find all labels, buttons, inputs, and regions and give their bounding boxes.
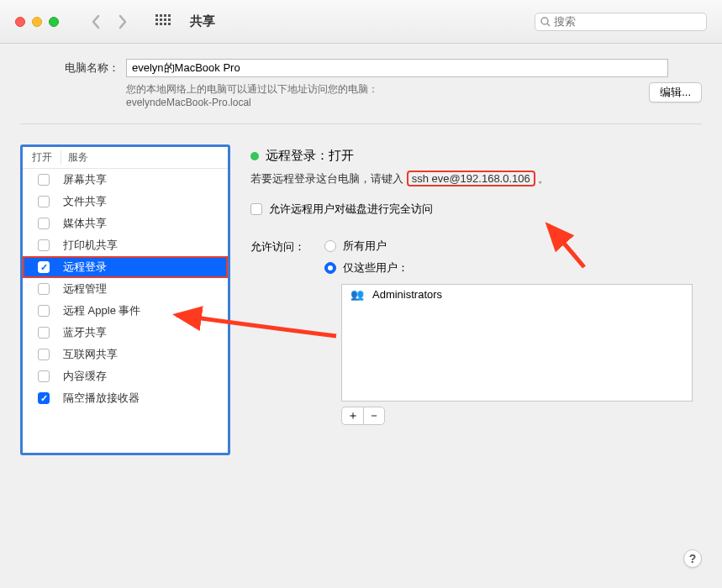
user-group-icon: 👥 xyxy=(349,288,366,301)
service-label: 互联网共享 xyxy=(63,347,118,362)
local-hostname: evelyndeMacBook-Pro.local xyxy=(126,97,378,108)
service-row[interactable]: 媒体共享 xyxy=(23,213,228,234)
service-label: 打印机共享 xyxy=(63,238,118,253)
service-checkbox[interactable] xyxy=(38,174,50,186)
search-field[interactable] xyxy=(535,13,707,31)
ssh-command: ssh eve@192.168.0.106 xyxy=(407,171,535,186)
computer-name-label: 电脑名称： xyxy=(20,60,119,76)
svg-rect-7 xyxy=(168,18,171,21)
minimize-window-button[interactable] xyxy=(32,17,42,27)
traffic-lights xyxy=(15,17,59,27)
full-disk-access-label: 允许远程用户对磁盘进行完全访问 xyxy=(269,202,433,217)
service-checkbox[interactable] xyxy=(38,327,50,339)
full-disk-access-checkbox[interactable] xyxy=(250,203,262,215)
svg-point-12 xyxy=(541,18,548,24)
service-row[interactable]: 打印机共享 xyxy=(23,234,228,256)
show-all-icon[interactable] xyxy=(155,14,171,29)
service-label: 蓝牙共享 xyxy=(63,325,107,340)
service-label: 媒体共享 xyxy=(63,216,107,231)
add-user-button[interactable]: ＋ xyxy=(341,407,363,425)
radio-only-users[interactable] xyxy=(324,262,336,274)
svg-line-13 xyxy=(547,24,550,26)
service-checkbox[interactable] xyxy=(38,196,50,207)
service-checkbox[interactable] xyxy=(38,305,50,317)
help-button[interactable]: ? xyxy=(683,549,702,568)
svg-rect-5 xyxy=(160,18,162,21)
window-title: 共享 xyxy=(190,13,528,29)
svg-rect-10 xyxy=(164,23,166,25)
service-label: 隔空播放接收器 xyxy=(63,391,140,406)
service-row[interactable]: 互联网共享 xyxy=(23,344,228,365)
user-name: Administrators xyxy=(372,288,442,301)
radio-all-users[interactable] xyxy=(324,240,336,252)
svg-rect-0 xyxy=(155,14,158,17)
service-label: 远程 Apple 事件 xyxy=(63,303,140,318)
service-label: 远程管理 xyxy=(63,281,107,297)
services-header-on: 打开 xyxy=(23,150,61,165)
services-panel: 打开 服务 屏幕共享文件共享媒体共享打印机共享远程登录远程管理远程 Apple … xyxy=(20,144,230,455)
back-button[interactable] xyxy=(91,14,101,29)
service-label: 屏幕共享 xyxy=(63,172,107,187)
service-row[interactable]: 远程登录 xyxy=(23,256,228,278)
svg-rect-9 xyxy=(160,23,162,25)
edit-hostname-button[interactable]: 编辑... xyxy=(649,82,702,102)
remote-login-status: 远程登录：打开 xyxy=(266,148,354,164)
service-row[interactable]: 屏幕共享 xyxy=(23,169,228,191)
svg-rect-11 xyxy=(168,23,171,25)
service-row[interactable]: 内容缓存 xyxy=(23,365,228,387)
service-checkbox[interactable] xyxy=(38,370,50,382)
allow-access-label: 允许访问： xyxy=(250,239,316,255)
service-checkbox[interactable] xyxy=(38,218,50,229)
computer-name-input[interactable] xyxy=(126,59,668,77)
ssh-instruction: 若要远程登录这台电脑，请键入 ssh eve@192.168.0.106 。 xyxy=(250,171,702,186)
service-checkbox[interactable] xyxy=(38,349,50,360)
service-label: 内容缓存 xyxy=(63,369,107,384)
radio-only-users-label: 仅这些用户： xyxy=(343,260,408,276)
service-row[interactable]: 隔空播放接收器 xyxy=(23,387,228,409)
search-input[interactable] xyxy=(554,15,701,28)
local-address-hint: 您的本地网络上的电脑可以通过以下地址访问您的电脑： xyxy=(126,82,378,97)
service-checkbox[interactable] xyxy=(38,261,50,273)
close-window-button[interactable] xyxy=(15,17,25,27)
remove-user-button[interactable]: － xyxy=(363,407,385,425)
radio-all-users-label: 所有用户 xyxy=(343,239,387,254)
user-row[interactable]: 👥Administrators xyxy=(342,285,692,304)
services-header-name: 服务 xyxy=(61,150,88,165)
service-row[interactable]: 文件共享 xyxy=(23,191,228,213)
svg-rect-8 xyxy=(155,23,158,25)
svg-rect-1 xyxy=(160,14,162,17)
svg-rect-6 xyxy=(164,18,166,21)
service-label: 远程登录 xyxy=(63,260,107,275)
status-indicator-icon xyxy=(250,152,259,160)
search-icon xyxy=(540,17,551,27)
service-checkbox[interactable] xyxy=(38,283,50,295)
allowed-users-list[interactable]: 👥Administrators xyxy=(341,284,693,402)
service-label: 文件共享 xyxy=(63,194,107,209)
service-row[interactable]: 远程管理 xyxy=(23,278,228,300)
service-detail: 远程登录：打开 若要远程登录这台电脑，请键入 ssh eve@192.168.0… xyxy=(250,144,702,455)
service-row[interactable]: 蓝牙共享 xyxy=(23,322,228,344)
zoom-window-button[interactable] xyxy=(49,17,59,27)
computer-name-section: 电脑名称： 您的本地网络上的电脑可以通过以下地址访问您的电脑： evelynde… xyxy=(0,44,722,128)
svg-rect-4 xyxy=(155,18,158,21)
svg-rect-2 xyxy=(164,14,166,17)
forward-button[interactable] xyxy=(118,14,128,29)
service-row[interactable]: 远程 Apple 事件 xyxy=(23,300,228,322)
service-checkbox[interactable] xyxy=(38,239,50,251)
svg-rect-3 xyxy=(168,14,171,17)
service-checkbox[interactable] xyxy=(38,392,50,404)
window-toolbar: 共享 xyxy=(0,0,722,44)
